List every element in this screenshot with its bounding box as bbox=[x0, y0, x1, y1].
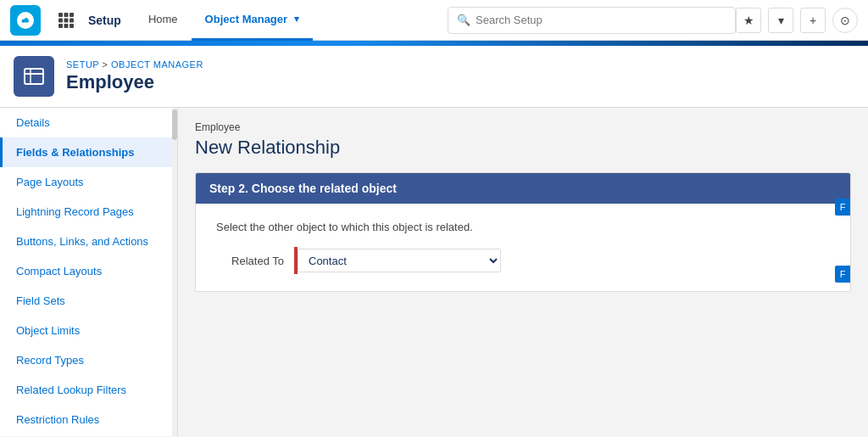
main-area: Details Fields & Relationships Page Layo… bbox=[0, 108, 868, 436]
breadcrumb-setup[interactable]: SETUP bbox=[66, 59, 99, 70]
svg-rect-10 bbox=[25, 69, 43, 84]
breadcrumb: SETUP > OBJECT MANAGER bbox=[66, 59, 203, 70]
sidebar-item-restriction-rules[interactable]: Restriction Rules bbox=[0, 405, 177, 434]
svg-rect-7 bbox=[58, 24, 63, 28]
tab-home[interactable]: Home bbox=[135, 0, 192, 41]
setup-label: Setup bbox=[88, 14, 121, 27]
nav-left: Setup Home Object Manager ▾ bbox=[10, 0, 448, 41]
sidebar-item-object-limits[interactable]: Object Limits bbox=[0, 316, 177, 345]
svg-rect-9 bbox=[70, 24, 74, 28]
object-header: SETUP > OBJECT MANAGER Employee bbox=[0, 46, 868, 108]
sidebar-scrollbar bbox=[172, 108, 177, 436]
page-title: New Relationship bbox=[195, 137, 851, 159]
content-inner: Employee New Relationship Step 2. Choose… bbox=[178, 108, 868, 319]
search-input[interactable] bbox=[476, 14, 726, 26]
svg-rect-6 bbox=[70, 18, 74, 22]
sidebar-item-details[interactable]: Details bbox=[0, 108, 177, 137]
main-content: Employee New Relationship Step 2. Choose… bbox=[178, 108, 868, 436]
form-select-wrap: Contact Account Lead Opportunity Case Us… bbox=[294, 247, 501, 274]
favorites-icon[interactable]: ★ bbox=[736, 8, 761, 33]
breadcrumb-separator: > bbox=[103, 59, 111, 70]
sidebar-item-compact-layouts[interactable]: Compact Layouts bbox=[0, 256, 177, 286]
step-card: Step 2. Choose the related object Select… bbox=[195, 172, 851, 292]
svg-rect-3 bbox=[70, 13, 74, 17]
nav-tabs: Home Object Manager ▾ bbox=[135, 0, 313, 41]
favorites-dropdown-icon[interactable]: ▾ bbox=[768, 8, 793, 33]
chevron-down-icon: ▾ bbox=[294, 14, 299, 25]
f-button-bottom[interactable]: F bbox=[835, 266, 850, 283]
sidebar-item-lightning-record-pages[interactable]: Lightning Record Pages bbox=[0, 197, 177, 227]
add-icon[interactable]: + bbox=[800, 8, 826, 33]
sidebar-item-buttons-links-actions[interactable]: Buttons, Links, and Actions bbox=[0, 227, 177, 256]
svg-rect-5 bbox=[64, 18, 69, 22]
tab-object-manager[interactable]: Object Manager ▾ bbox=[192, 0, 314, 41]
form-row-related-to: Related To Contact Account Lead Opportun… bbox=[216, 247, 830, 274]
content-context-label: Employee bbox=[195, 121, 851, 133]
nav-right: ★ ▾ + ⊙ bbox=[736, 8, 858, 33]
svg-rect-2 bbox=[64, 13, 69, 17]
sidebar-scroll-thumb bbox=[172, 109, 177, 140]
step-card-body: Select the other object to which this ob… bbox=[196, 204, 850, 291]
related-to-select[interactable]: Contact Account Lead Opportunity Case Us… bbox=[298, 249, 501, 272]
object-title: Employee bbox=[66, 71, 203, 93]
step-header: Step 2. Choose the related object bbox=[196, 173, 850, 204]
svg-rect-1 bbox=[58, 13, 63, 17]
search-icon: 🔍 bbox=[457, 14, 470, 26]
svg-rect-4 bbox=[58, 18, 63, 22]
sidebar: Details Fields & Relationships Page Layo… bbox=[0, 108, 178, 436]
object-icon bbox=[14, 56, 54, 97]
sidebar-item-page-layouts[interactable]: Page Layouts bbox=[0, 167, 177, 197]
sidebar-item-record-types[interactable]: Record Types bbox=[0, 345, 177, 375]
f-button-top[interactable]: F bbox=[835, 199, 850, 216]
sidebar-item-field-sets[interactable]: Field Sets bbox=[0, 286, 177, 316]
help-icon[interactable]: ⊙ bbox=[832, 8, 858, 33]
app-launcher-icon[interactable] bbox=[54, 8, 78, 32]
helper-text: Select the other object to which this ob… bbox=[216, 221, 830, 233]
object-header-text: SETUP > OBJECT MANAGER Employee bbox=[66, 59, 203, 93]
breadcrumb-object-manager[interactable]: OBJECT MANAGER bbox=[111, 59, 203, 70]
svg-rect-8 bbox=[64, 24, 69, 28]
sidebar-item-fields-relationships[interactable]: Fields & Relationships bbox=[0, 137, 177, 167]
salesforce-logo bbox=[10, 5, 41, 36]
search-bar[interactable]: 🔍 bbox=[448, 7, 736, 34]
top-navigation: Setup Home Object Manager ▾ 🔍 ★ ▾ + ⊙ bbox=[0, 0, 868, 41]
related-to-label: Related To bbox=[216, 255, 284, 267]
sidebar-item-related-lookup-filters[interactable]: Related Lookup Filters bbox=[0, 375, 177, 405]
